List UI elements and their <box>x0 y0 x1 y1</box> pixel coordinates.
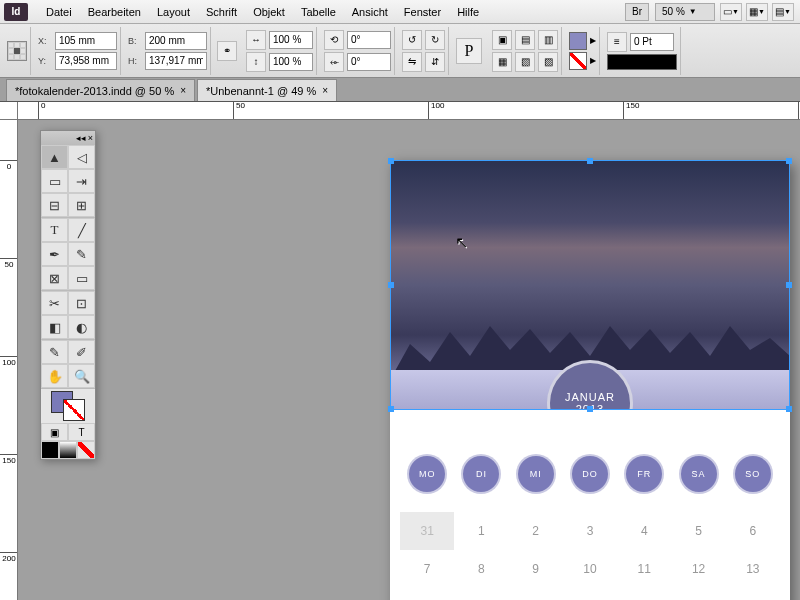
bridge-button[interactable]: Br <box>625 3 649 21</box>
type-tool[interactable]: T <box>41 218 68 242</box>
content-collector-tool[interactable]: ⊟ <box>41 193 68 217</box>
menu-window[interactable]: Fenster <box>396 3 449 21</box>
app-logo: Id <box>4 3 28 21</box>
fill-swatch[interactable] <box>569 32 587 50</box>
content-placer-tool[interactable]: ⊞ <box>68 193 95 217</box>
note-tool[interactable]: ✎ <box>41 340 68 364</box>
calendar-cell: 15 <box>454 588 508 600</box>
formatting-container-icon[interactable]: ▣ <box>41 423 68 441</box>
hand-tool[interactable]: ✋ <box>41 364 68 388</box>
gap-tool[interactable]: ⇥ <box>68 169 95 193</box>
page-tool[interactable]: ▭ <box>41 169 68 193</box>
flip-v-icon[interactable]: ⇵ <box>425 52 445 72</box>
scale-x-input[interactable] <box>269 31 313 49</box>
menu-table[interactable]: Tabelle <box>293 3 344 21</box>
menu-help[interactable]: Hilfe <box>449 3 487 21</box>
document-tab-2[interactable]: *Unbenannt-1 @ 49 %× <box>197 79 337 101</box>
calendar-cell: 14 <box>400 588 454 600</box>
rotate-icon: ⟲ <box>324 30 344 50</box>
direct-selection-tool[interactable]: ◁ <box>68 145 95 169</box>
calendar-cell: 9 <box>509 550 563 588</box>
calendar-cell: 4 <box>617 512 671 550</box>
scale-y-input[interactable] <box>269 53 313 71</box>
wrap-icon-2[interactable]: ▤ <box>515 30 535 50</box>
menu-object[interactable]: Objekt <box>245 3 293 21</box>
menu-file[interactable]: Datei <box>38 3 80 21</box>
cursor-icon: ↖ <box>455 233 468 252</box>
screen-mode-button[interactable]: ▭▼ <box>720 3 742 21</box>
line-tool[interactable]: ╱ <box>68 218 95 242</box>
document-tabs: *fotokalender-2013.indd @ 50 %× *Unbenan… <box>0 78 800 102</box>
menu-layout[interactable]: Layout <box>149 3 198 21</box>
apply-gradient-icon[interactable] <box>59 441 77 459</box>
calendar-cell: 10 <box>563 550 617 588</box>
apply-color-icon[interactable] <box>41 441 59 459</box>
vertical-ruler[interactable]: 0 50 100 150 200 <box>0 120 18 600</box>
x-position-input[interactable] <box>55 32 117 50</box>
selection-tool[interactable]: ▲ <box>41 145 68 169</box>
stroke-swatch[interactable] <box>569 52 587 70</box>
free-transform-tool[interactable]: ⊡ <box>68 291 95 315</box>
weekday-circle: FR <box>624 454 664 494</box>
scissors-tool[interactable]: ✂ <box>41 291 68 315</box>
eyedropper-tool[interactable]: ✐ <box>68 340 95 364</box>
calendar-cell: 31 <box>400 512 454 550</box>
reference-point[interactable] <box>4 27 31 75</box>
calendar-cell: 3 <box>563 512 617 550</box>
wrap-icon-6[interactable]: ▨ <box>538 52 558 72</box>
gradient-feather-tool[interactable]: ◐ <box>68 315 95 339</box>
horizontal-ruler[interactable]: 0 50 100 150 200 <box>18 102 800 120</box>
ruler-origin[interactable] <box>0 102 18 120</box>
document-tab-1[interactable]: *fotokalender-2013.indd @ 50 %× <box>6 79 195 101</box>
close-tab-icon[interactable]: × <box>322 85 328 96</box>
shear-input[interactable] <box>347 53 391 71</box>
calendar-cell: 13 <box>726 550 780 588</box>
calendar-cell: 7 <box>400 550 454 588</box>
flip-h-icon[interactable]: ⇋ <box>402 52 422 72</box>
rectangle-frame-tool[interactable]: ⊠ <box>41 266 68 290</box>
control-bar: X: Y: B: H: ⚭ ↔ ↕ ⟲ ⬰ ↺ ↻ ⇋ ⇵ P ▣ ▤ ▥ ▦ <box>0 24 800 78</box>
calendar-cell: 20 <box>726 588 780 600</box>
menu-view[interactable]: Ansicht <box>344 3 396 21</box>
paragraph-style-icon[interactable]: P <box>456 38 482 64</box>
menu-bar: Id Datei Bearbeiten Layout Schrift Objek… <box>0 0 800 24</box>
y-position-input[interactable] <box>55 52 117 70</box>
pencil-tool[interactable]: ✎ <box>68 242 95 266</box>
scale-x-icon: ↔ <box>246 30 266 50</box>
calendar-cell: 16 <box>509 588 563 600</box>
zoom-dropdown[interactable]: 50 %▼ <box>655 3 715 21</box>
menu-edit[interactable]: Bearbeiten <box>80 3 149 21</box>
apply-none-icon[interactable] <box>77 441 95 459</box>
tools-panel: ◂◂× ▲ ◁ ▭ ⇥ ⊟ ⊞ T ╱ ✒ ✎ ⊠ ▭ ✂ ⊡ ◧ ◐ ✎ ✐ … <box>40 130 96 460</box>
wrap-icon-5[interactable]: ▧ <box>515 52 535 72</box>
close-icon[interactable]: × <box>88 133 93 143</box>
stroke-style-dropdown[interactable] <box>607 54 677 70</box>
width-input[interactable] <box>145 32 207 50</box>
wrap-icon-3[interactable]: ▥ <box>538 30 558 50</box>
tools-panel-header[interactable]: ◂◂× <box>41 131 95 145</box>
zoom-tool[interactable]: 🔍 <box>68 364 95 388</box>
close-tab-icon[interactable]: × <box>180 85 186 96</box>
rotate-input[interactable] <box>347 31 391 49</box>
calendar-cell: 1 <box>454 512 508 550</box>
height-input[interactable] <box>145 52 207 70</box>
calendar-photo[interactable]: JANUAR 2013 <box>390 160 790 410</box>
gradient-swatch-tool[interactable]: ◧ <box>41 315 68 339</box>
weekday-circle: SO <box>733 454 773 494</box>
fill-stroke-swatches[interactable] <box>41 389 95 423</box>
calendar-cell: 19 <box>671 588 725 600</box>
rectangle-tool[interactable]: ▭ <box>68 266 95 290</box>
rotate-ccw-icon[interactable]: ↺ <box>402 30 422 50</box>
constrain-icon[interactable]: ⚭ <box>217 41 237 61</box>
workspace-button[interactable]: ▤▼ <box>772 3 794 21</box>
menu-type[interactable]: Schrift <box>198 3 245 21</box>
calendar-cell: 2 <box>509 512 563 550</box>
pen-tool[interactable]: ✒ <box>41 242 68 266</box>
arrange-button[interactable]: ▦▼ <box>746 3 768 21</box>
stroke-weight-input[interactable] <box>630 33 674 51</box>
rotate-cw-icon[interactable]: ↻ <box>425 30 445 50</box>
wrap-icon-4[interactable]: ▦ <box>492 52 512 72</box>
formatting-text-icon[interactable]: T <box>68 423 95 441</box>
collapse-icon[interactable]: ◂◂ <box>76 133 86 143</box>
wrap-icon-1[interactable]: ▣ <box>492 30 512 50</box>
